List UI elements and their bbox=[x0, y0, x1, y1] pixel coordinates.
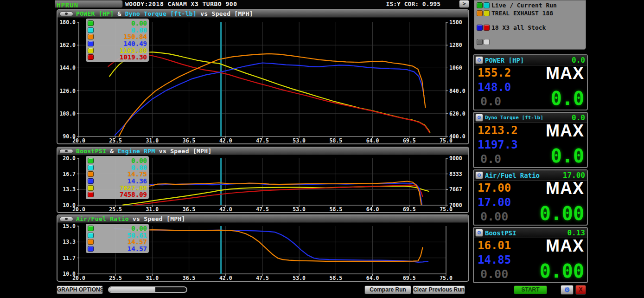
legend-cursor-value: 140.49 bbox=[94, 40, 147, 47]
x-tick-label: 42.0 bbox=[219, 137, 232, 144]
compare-run-button[interactable]: Compare Run bbox=[364, 285, 411, 294]
run-color-swatch-1 bbox=[477, 2, 483, 8]
graph-options-button[interactable]: GRAPH OPTIONS bbox=[57, 285, 103, 294]
gauge-title: BoostPSI bbox=[485, 229, 516, 237]
y-left-tick-label: 10.0 bbox=[63, 202, 76, 208]
max-label: MAX bbox=[546, 179, 584, 198]
y-left-tick-label: 13.3 bbox=[63, 239, 76, 245]
x-tick-label: 58.5 bbox=[330, 137, 343, 144]
app-name: HPRUN bbox=[55, 1, 78, 9]
run-legend-item[interactable]: 18 X3 all Stock bbox=[477, 24, 546, 31]
hprun-logo-button[interactable]: HPRUN bbox=[55, 0, 123, 8]
x-tick-label: 36.5 bbox=[183, 275, 196, 281]
run-legend-item[interactable] bbox=[477, 39, 491, 45]
x-tick-label: 53.0 bbox=[293, 137, 306, 144]
x-tick-label: 64.0 bbox=[366, 275, 379, 281]
chart-title-part: & bbox=[114, 10, 125, 17]
footer-progress-bar bbox=[108, 286, 187, 293]
gauge-boost-body: 16.01 14.85 0.00 MAX 0.00 bbox=[474, 238, 587, 283]
y-right-tick-label: 8333 bbox=[449, 171, 462, 177]
gear-icon[interactable]: ⚙ bbox=[475, 56, 483, 64]
y-right-tick-label: 7000 bbox=[449, 202, 462, 208]
chart-3-title: Air/Fuel Ratio vs Speed [MPH] bbox=[76, 215, 185, 222]
y-left-tick-label: 13.3 bbox=[63, 186, 76, 193]
gear-icon[interactable]: ⚙ bbox=[475, 114, 483, 122]
max-label: MAX bbox=[546, 64, 584, 83]
current-max-value: 0.00 bbox=[540, 260, 584, 282]
x-tick-label: 47.5 bbox=[256, 275, 269, 281]
legend-color-swatch bbox=[88, 178, 94, 184]
legend-color-swatch bbox=[88, 185, 94, 191]
chart-title-part: vs Speed [MPH] bbox=[197, 10, 253, 17]
run2-max-value: 14.85 bbox=[478, 253, 511, 266]
y-right-tick-label: 840.0 bbox=[449, 88, 465, 94]
x-tick-label: 36.5 bbox=[183, 137, 196, 144]
chart-legend-row: 14.57 bbox=[88, 239, 147, 246]
legend-color-swatch bbox=[88, 239, 94, 245]
legend-cursor-value: 50.61 bbox=[94, 232, 147, 239]
y-left-tick-label: 16.7 bbox=[63, 171, 76, 177]
stock-torque-line bbox=[108, 54, 429, 132]
run-label: 18 X3 all Stock bbox=[491, 24, 546, 31]
gear-icon[interactable]: ⚙ bbox=[475, 171, 483, 179]
footer-progress-fill bbox=[109, 287, 155, 292]
legend-cursor-value: 0.00 bbox=[94, 164, 147, 171]
x-tick-label: 36.5 bbox=[183, 206, 196, 213]
chart-1: POWER [HP] & Dyno Torque [ft-lb] vs Spee… bbox=[57, 9, 469, 144]
header-expand-button[interactable]: > bbox=[459, 0, 469, 8]
run-legend-item[interactable]: Live / Current Run bbox=[477, 2, 557, 9]
chart-legend-row: 0.00 bbox=[88, 20, 147, 27]
legend-color-swatch bbox=[88, 41, 94, 46]
legend-color-swatch bbox=[88, 246, 94, 252]
chart-title-part: Engine RPM bbox=[117, 148, 155, 155]
chart-title-part: Dyno Torque [ft-lb] bbox=[125, 10, 197, 17]
current-max-value: 0.0 bbox=[551, 88, 584, 109]
legend-cursor-value: 7458.09 bbox=[94, 191, 147, 198]
legend-color-swatch bbox=[88, 54, 94, 60]
treal-rpm-line bbox=[123, 186, 429, 205]
pill-dot-icon bbox=[65, 150, 68, 152]
close-button[interactable]: X bbox=[575, 285, 586, 295]
gauge-torque: ⚙ Dyno Torque [ft-lb] 0.0 1213.2 1197.3 … bbox=[473, 112, 588, 168]
max-label: MAX bbox=[546, 121, 584, 141]
x-tick-label: 31.0 bbox=[146, 137, 159, 144]
chart-2-title: BoostPSI & Engine RPM vs Speed [MPH] bbox=[76, 148, 212, 155]
legend-color-swatch bbox=[88, 165, 94, 170]
run-color-swatch-2 bbox=[484, 10, 490, 16]
chart-legend-row: 0.00 bbox=[88, 157, 147, 164]
gear-icon[interactable]: ⚙ bbox=[475, 229, 483, 237]
y-left-tick-label: 180.0 bbox=[59, 19, 76, 26]
start-button[interactable]: START bbox=[514, 285, 547, 294]
chart-legend-row: 1103.80 bbox=[88, 47, 147, 54]
chart-1-options-toggle[interactable] bbox=[59, 12, 73, 16]
chart-2-titlebar: BoostPSI & Engine RPM vs Speed [MPH] bbox=[57, 148, 468, 155]
y-right-tick-label: 620.0 bbox=[449, 110, 465, 117]
x-tick-label: 75.0 bbox=[440, 275, 453, 281]
x-tick-label: 31.0 bbox=[146, 275, 159, 281]
legend-color-swatch bbox=[88, 27, 94, 33]
chart-legend-row: 0.00 bbox=[88, 164, 147, 171]
treal-boost-line bbox=[134, 181, 421, 205]
run1-max-value: 1213.2 bbox=[478, 124, 518, 137]
gauge-title: Dyno Torque [ft-lb] bbox=[485, 115, 543, 121]
x-tick-label: 64.0 bbox=[366, 137, 379, 144]
run2-max-value: 17.00 bbox=[478, 196, 511, 209]
chart-title-part: vs Speed [MPH] bbox=[129, 215, 185, 222]
chart-legend-row: 140.49 bbox=[88, 40, 147, 47]
run3-max-value: 0.00 bbox=[480, 210, 508, 223]
y-left-tick-label: 126.0 bbox=[59, 88, 76, 94]
run-color-swatch-1 bbox=[477, 25, 483, 31]
clear-previous-run-button[interactable]: Clear Previous Run bbox=[413, 285, 465, 294]
run2-max-value: 148.0 bbox=[478, 81, 511, 94]
chart-legend-row: 14.36 bbox=[88, 178, 147, 185]
chart-title-part: BoostPSI bbox=[76, 148, 106, 155]
chart-legend-row: 0.00 bbox=[88, 27, 147, 34]
chart-3-options-toggle[interactable] bbox=[59, 217, 73, 221]
chart-2-options-toggle[interactable] bbox=[59, 149, 73, 154]
run-legend-item[interactable]: TREAL EXHAUST 188 bbox=[477, 10, 553, 17]
chart-3: Air/Fuel Ratio vs Speed [MPH] 20.025.531… bbox=[57, 214, 469, 282]
y-right-tick-label: 9000 bbox=[449, 155, 462, 162]
y-left-tick-label: 20.0 bbox=[63, 155, 76, 162]
settings-gear-button[interactable]: ⚙ bbox=[561, 285, 574, 295]
legend-color-swatch bbox=[88, 171, 94, 177]
